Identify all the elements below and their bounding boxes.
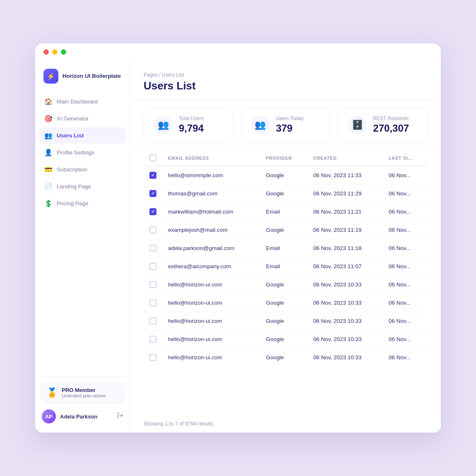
row-checkbox-cell — [144, 185, 162, 203]
user-name: Adela Parkson — [60, 413, 113, 420]
table-row: hello@horizon-ui.com Google 06 Nov, 2023… — [144, 276, 428, 294]
logout-icon[interactable] — [117, 412, 123, 421]
total-users-value: 9,794 — [179, 123, 204, 134]
row-checkbox[interactable] — [149, 336, 156, 343]
row-created: 06 Nov, 2023 11:18 — [308, 239, 383, 257]
users-today-value: 379 — [276, 123, 303, 134]
sidebar-item-users-list[interactable]: 👥 Users List — [39, 127, 126, 144]
sidebar-item-label: AI Generator — [57, 115, 89, 122]
pro-member-card: 🏅 PRO Member Unlimited plan active — [41, 382, 124, 403]
row-provider: Google — [260, 330, 308, 349]
pro-icon: 🏅 — [46, 387, 58, 398]
table-row: hello@horizon-ui.com Google 06 Nov, 2023… — [144, 294, 428, 312]
stats-row: 👥 Total Users 9,794 👥 Users Today 379 🗄️… — [130, 99, 441, 149]
row-checkbox[interactable] — [149, 172, 156, 179]
row-lastsign: 06 Nov... — [383, 330, 428, 349]
users-today-icon: 👥 — [251, 116, 269, 134]
rest-requests-info: REST Requests 270,307 — [373, 115, 409, 134]
rest-requests-value: 270,307 — [373, 123, 409, 134]
row-provider: Google — [260, 166, 308, 185]
sidebar-item-main-dashboard[interactable]: 🏠 Main Dashboard — [39, 94, 126, 110]
row-lastsign: 06 Nov... — [383, 257, 428, 276]
row-email: examplejosh@mail.com — [162, 221, 260, 239]
main-content: Pages / Users List Users List 👥 Total Us… — [130, 60, 441, 433]
row-checkbox[interactable] — [149, 245, 156, 252]
row-lastsign: 06 Nov... — [383, 349, 428, 367]
avatar: AP — [42, 409, 56, 423]
row-created: 06 Nov, 2023 10:33 — [308, 349, 383, 367]
sidebar: ⚡ Horizon UI Boilerplate 🏠 Main Dashboar… — [35, 60, 130, 433]
maximize-dot[interactable] — [61, 49, 66, 55]
row-provider: Email — [260, 239, 308, 257]
sidebar-item-label: Main Dashboard — [57, 99, 98, 105]
row-checkbox-cell — [144, 203, 162, 221]
row-created: 06 Nov, 2023 11:29 — [308, 185, 383, 203]
row-email: hello@horizon-ui.com — [162, 312, 260, 330]
total-users-icon: 👥 — [154, 116, 172, 134]
row-lastsign: 06 Nov... — [383, 239, 428, 257]
row-checkbox[interactable] — [149, 317, 156, 325]
row-email: hello@horizon-ui.com — [162, 349, 260, 367]
logo-text: Horizon UI Boilerplate — [63, 73, 121, 79]
sidebar-item-label: Landing Page — [57, 183, 91, 190]
row-email: hello@horizon-ui.com — [162, 330, 260, 349]
sidebar-item-landing-page[interactable]: 📄 Landing Page — [39, 178, 126, 195]
rest-requests-label: REST Requests — [373, 115, 409, 121]
user-row: AP Adela Parkson — [41, 408, 124, 425]
row-provider: Google — [260, 185, 308, 203]
row-lastsign: 06 Nov... — [383, 312, 428, 330]
row-checkbox-cell — [144, 257, 162, 276]
ai-generator-icon: 🎯 — [44, 115, 53, 123]
row-checkbox[interactable] — [149, 299, 156, 306]
stat-card-rest-requests: 🗄️ REST Requests 270,307 — [338, 108, 428, 142]
row-created: 06 Nov, 2023 11:19 — [308, 221, 383, 239]
close-dot[interactable] — [43, 49, 49, 55]
row-email: esthera@aicompany.com — [162, 257, 260, 276]
rest-requests-icon: 🗄️ — [348, 116, 366, 134]
col-created-header: CREATED — [308, 150, 383, 166]
row-lastsign: 06 Nov... — [383, 166, 428, 185]
row-checkbox-cell — [144, 221, 162, 239]
row-provider: Email — [260, 257, 308, 276]
sidebar-item-label: Users List — [57, 132, 84, 139]
stat-card-total-users: 👥 Total Users 9,794 — [144, 108, 233, 142]
row-checkbox-cell — [144, 276, 162, 294]
row-checkbox[interactable] — [149, 281, 156, 288]
row-created: 06 Nov, 2023 10:33 — [308, 294, 383, 312]
table-row: adela.parkson@gmail.com Email 06 Nov, 20… — [144, 239, 428, 257]
app-window: ⚡ Horizon UI Boilerplate 🏠 Main Dashboar… — [35, 43, 441, 433]
select-all-checkbox[interactable] — [149, 154, 156, 161]
row-checkbox[interactable] — [149, 263, 156, 270]
table-row: esthera@aicompany.com Email 06 Nov, 2023… — [144, 257, 428, 276]
row-email: adela.parkson@gmail.com — [162, 239, 260, 257]
main-dashboard-icon: 🏠 — [44, 98, 53, 106]
row-provider: Google — [260, 349, 308, 367]
table-row: markwilliam@hotmail.com Email 06 Nov, 20… — [144, 203, 428, 221]
table-body: hello@simmmple.com Google 06 Nov, 2023 1… — [144, 166, 428, 366]
table-row: hello@horizon-ui.com Google 06 Nov, 2023… — [144, 349, 428, 367]
row-lastsign: 06 Nov... — [383, 221, 428, 239]
row-checkbox[interactable] — [149, 208, 156, 215]
users-today-label: Users Today — [276, 115, 303, 121]
table-header: EMAIL ADDRESS PROVIDER CREATED LAST SI..… — [144, 150, 428, 166]
pro-member-title: PRO Member — [62, 387, 106, 393]
main-header: Pages / Users List Users List — [130, 60, 441, 99]
minimize-dot[interactable] — [52, 49, 58, 55]
row-checkbox[interactable] — [149, 190, 156, 197]
row-checkbox[interactable] — [149, 354, 156, 361]
sidebar-item-profile-settings[interactable]: 👤 Profile Settings — [39, 144, 126, 161]
sidebar-item-subscription[interactable]: 💳 Subscription — [39, 161, 126, 178]
sidebar-item-pricing-page[interactable]: 💲 Pricing Page — [39, 195, 126, 212]
app-body: ⚡ Horizon UI Boilerplate 🏠 Main Dashboar… — [35, 60, 441, 433]
row-checkbox[interactable] — [149, 226, 156, 233]
col-provider-header: PROVIDER — [260, 150, 308, 166]
breadcrumb: Pages / Users List — [144, 72, 428, 78]
row-email: markwilliam@hotmail.com — [162, 203, 260, 221]
row-email: hello@horizon-ui.com — [162, 276, 260, 294]
page-title: Users List — [144, 79, 428, 92]
row-email: thomas@gmail.com — [162, 185, 260, 203]
row-created: 06 Nov, 2023 11:21 — [308, 203, 383, 221]
users-table: EMAIL ADDRESS PROVIDER CREATED LAST SI..… — [144, 150, 428, 366]
row-provider: Google — [260, 312, 308, 330]
sidebar-item-ai-generator[interactable]: 🎯 AI Generator — [39, 111, 126, 127]
